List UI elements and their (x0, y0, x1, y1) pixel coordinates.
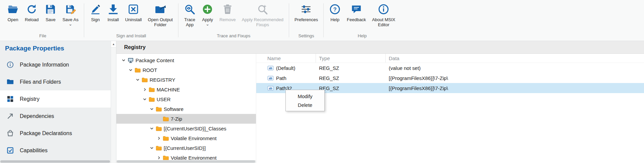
about-icon (378, 3, 389, 15)
install-button[interactable]: Install (104, 2, 122, 23)
ribbon-button-label: Install (107, 17, 119, 22)
tree-item-registry[interactable]: REGISTRY (116, 75, 256, 85)
registry-value-row-default[interactable]: ab(Default)REG_SZ(value not set) (256, 63, 644, 73)
tree-item-currentusersid[interactable]: [{CurrentUserSID}] (116, 143, 256, 153)
help-button[interactable]: ?Help (326, 2, 344, 23)
sidebar-item-package-information[interactable]: Package Information (0, 56, 111, 73)
ribbon-group-label: File (3, 33, 83, 41)
remove-button: Remove (216, 2, 238, 23)
value-data: [{ProgramFilesX86}]\7-Zip\ (386, 75, 644, 81)
column-header-name[interactable]: Name (256, 54, 316, 63)
sidebar-horizontal-scrollbar[interactable] (0, 160, 111, 163)
ribbon-group-label: Help (325, 33, 399, 41)
save-as-button[interactable]: Save As⌄ (59, 2, 82, 26)
ab-icon: ab (267, 66, 274, 71)
dropdown-caret-icon[interactable]: ⌄ (206, 23, 209, 25)
save-button[interactable]: Save (42, 2, 59, 23)
open-icon (7, 3, 19, 15)
value-type: REG_SZ (316, 75, 386, 81)
ribbon-button-label: Feedback (347, 17, 366, 22)
sidebar-item-label: Package Declarations (20, 130, 72, 136)
sidebar-item-registry[interactable]: Registry (0, 90, 111, 108)
sidebar-item-files-and-folders[interactable]: Files and Folders (0, 73, 111, 90)
tree-horizontal-scrollbar[interactable] (116, 160, 256, 163)
open-button[interactable]: Open (4, 2, 22, 23)
about-msix-editor-button[interactable]: About MSIX Editor (369, 2, 398, 29)
page-title: Registry (116, 41, 644, 54)
uninstall-icon (127, 3, 139, 15)
sidebar-item-list: Package InformationFiles and FoldersRegi… (0, 56, 111, 159)
preferences-button[interactable]: Preferences (291, 2, 321, 23)
chevron-right-icon[interactable] (142, 87, 147, 92)
chevron-down-icon[interactable] (149, 146, 154, 151)
sidebar-item-capabilities[interactable]: Capabilities (0, 142, 111, 159)
scrollbar-thumb[interactable] (0, 160, 110, 163)
chevron-down-icon[interactable] (121, 58, 126, 63)
tree-item-root[interactable]: ROOT (116, 65, 256, 75)
registry-icon (6, 95, 14, 103)
scroll-up-button[interactable]: ▲ (111, 41, 116, 48)
ribbon-buttons: ?HelpFeedbackAbout MSIX Editor (325, 0, 399, 33)
uninstall-button[interactable]: Uninstall (122, 2, 145, 23)
sidebar-item-label: Package Information (20, 62, 69, 68)
folder-icon (156, 145, 162, 151)
svg-text:ab: ab (269, 66, 272, 70)
value-name-cell: abPath (256, 75, 316, 81)
sign-icon (90, 3, 101, 15)
registry-value-rows: ab(Default)REG_SZ(value not set)abPathRE… (256, 63, 644, 93)
apply-button[interactable]: Apply⌄ (199, 2, 216, 26)
tree-item-7-zip[interactable]: 7-Zip (116, 114, 256, 124)
tree-item-package-content[interactable]: Package Content (116, 55, 256, 65)
chevron-down-icon[interactable] (142, 97, 147, 102)
ribbon-button-label: Apply Recommended Fixups (242, 17, 283, 28)
tree-item-currentusersid-classes[interactable]: [{CurrentUserSID}]_Classes (116, 124, 256, 133)
ribbon-group-separator (84, 3, 84, 37)
tree-item-machine[interactable]: MACHINE (116, 85, 256, 94)
tree-item-software[interactable]: Software (116, 104, 256, 114)
folder-icon (156, 106, 162, 112)
chevron-down-icon[interactable] (135, 78, 140, 82)
trace-app-icon (184, 3, 196, 15)
tree-item-user[interactable]: USER (116, 94, 256, 104)
chevron-right-icon[interactable] (156, 136, 161, 141)
ribbon-button-label: Preferences (294, 17, 318, 22)
sidebar-vertical-scrollbar[interactable]: ▲ (111, 41, 116, 163)
tree-item-label: Volatile Environment (171, 135, 217, 141)
chevron-right-icon[interactable] (156, 156, 161, 160)
sign-button[interactable]: Sign (87, 2, 104, 23)
ribbon-button-label: Open (8, 17, 18, 22)
install-icon (107, 3, 119, 15)
ribbon-group-separator (289, 3, 289, 37)
ribbon-button-label: Save (46, 17, 56, 22)
chevron-down-icon[interactable] (128, 68, 133, 73)
ribbon-button-label: Remove (219, 17, 235, 22)
chevron-down-icon[interactable] (149, 107, 154, 112)
ribbon-group-label: Settings (290, 33, 322, 41)
column-header-type[interactable]: Type (316, 54, 386, 63)
tree-item-label: REGISTRY (150, 77, 175, 83)
sidebar-item-label: Capabilities (20, 148, 48, 154)
scrollbar-thumb[interactable] (117, 160, 255, 163)
registry-value-row-path[interactable]: abPathREG_SZ[{ProgramFilesX86}]\7-Zip\ (256, 73, 644, 83)
dropdown-caret-icon[interactable]: ⌄ (69, 23, 72, 25)
tree-item-label: USER (157, 96, 171, 102)
chevron-down-icon[interactable] (149, 126, 154, 131)
ribbon-buttons: SignInstallUninstallOpen Output Folder (85, 0, 177, 33)
ribbon-group-label: Trace and Fixups (179, 33, 288, 41)
menu-item-modify[interactable]: Modify (286, 92, 324, 100)
column-header-data[interactable]: Data (386, 54, 644, 63)
tree-item-volatile-environment[interactable]: Volatile Environment (116, 133, 256, 143)
feedback-button[interactable]: Feedback (344, 2, 369, 23)
value-data: (value not set) (386, 65, 644, 71)
open-output-folder-button[interactable]: Open Output Folder (145, 2, 176, 29)
value-name: (Default) (276, 65, 296, 71)
value-data: [{ProgramFilesX86}]\7-Zip\ (386, 85, 644, 91)
capabilities-icon (6, 147, 14, 154)
trace-app-button[interactable]: Trace App (181, 2, 199, 29)
sidebar-item-package-declarations[interactable]: Package Declarations (0, 125, 111, 142)
scroll-up-arrow-icon: ▲ (112, 43, 115, 46)
tree-item-label: Software (164, 106, 183, 112)
reload-button[interactable]: Reload (22, 2, 42, 23)
sidebar-item-dependencies[interactable]: Dependencies (0, 108, 111, 125)
menu-item-delete[interactable]: Delete (286, 100, 324, 109)
